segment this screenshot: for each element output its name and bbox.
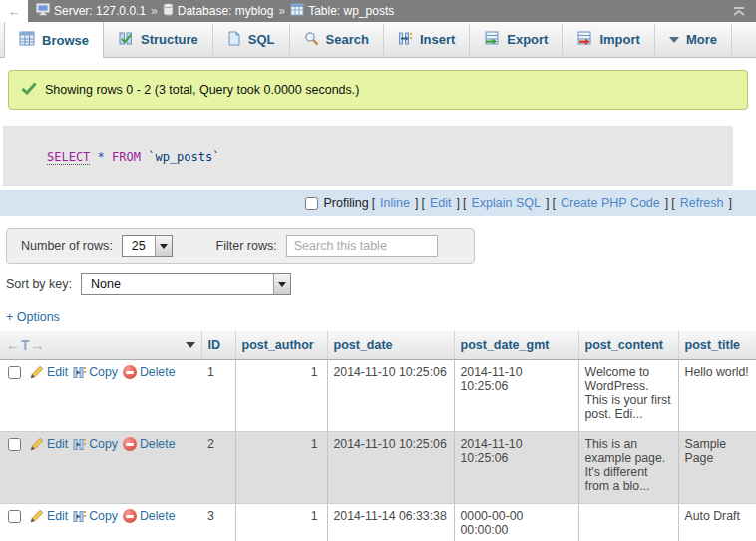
number-of-rows-select[interactable]: 25: [122, 235, 173, 257]
tab-insert-label: Insert: [420, 32, 455, 47]
bracket: ]: [729, 196, 732, 210]
bracket: [: [463, 196, 466, 210]
row-display-toggle-icon[interactable]: ←T→: [6, 337, 46, 353]
column-header-id[interactable]: ID: [201, 331, 235, 360]
tab-sql[interactable]: SQL: [213, 24, 290, 55]
delete-icon: [123, 365, 137, 379]
pencil-icon: [30, 509, 44, 523]
breadcrumb: Server: 127.0.0.1 » Database: myblog » T…: [28, 0, 756, 22]
breadcrumb-table-label: Table: wp_posts: [308, 4, 394, 18]
create-php-code-link[interactable]: Create PHP Code: [559, 196, 662, 210]
edit-query-link[interactable]: Edit: [428, 196, 454, 210]
sql-keyword-from: FROM: [112, 150, 141, 164]
delete-icon: [123, 437, 137, 451]
bracket: [: [421, 196, 424, 210]
database-icon: [163, 3, 174, 19]
pencil-icon: [30, 437, 44, 451]
success-check-icon: [21, 82, 37, 98]
top-bar: ← Server: 127.0.0.1 » Database: myblog »…: [0, 0, 756, 22]
tab-search-label: Search: [326, 32, 369, 47]
cell-post-title: Auto Draft: [678, 504, 756, 541]
column-header-post-title[interactable]: post_title: [678, 331, 756, 360]
column-header-post-date[interactable]: post_date: [327, 331, 454, 360]
cell-post-title: Hello world!: [678, 360, 756, 432]
refresh-link[interactable]: Refresh: [678, 196, 726, 210]
breadcrumb-database[interactable]: Database: myblog: [163, 3, 274, 19]
options-toggle-link[interactable]: + Options: [6, 310, 60, 324]
tab-export[interactable]: Export: [470, 24, 563, 55]
rows-control-bar: Number of rows: 25 Filter rows:: [6, 228, 475, 264]
tab-structure-label: Structure: [141, 32, 198, 47]
bracket: [: [671, 196, 674, 210]
copy-icon: [73, 438, 86, 451]
sort-by-key-value: None: [82, 277, 273, 291]
copy-row-link[interactable]: Copy: [73, 365, 118, 379]
copy-row-link[interactable]: Copy: [73, 437, 118, 451]
select-dropdown-icon: [273, 274, 290, 294]
explain-sql-link[interactable]: Explain SQL: [469, 196, 542, 210]
table-header-row: ←T→ ID post_author post_date post_date_g…: [0, 331, 756, 360]
delete-row-link[interactable]: Delete: [123, 437, 176, 451]
cell-id: 3: [201, 504, 235, 541]
delete-row-link[interactable]: Delete: [123, 365, 176, 379]
breadcrumb-table[interactable]: Table: wp_posts: [290, 3, 394, 19]
row-select-checkbox[interactable]: [8, 366, 21, 379]
cell-post-date: 2014-11-10 10:25:06: [327, 360, 454, 432]
cell-post-content: [578, 504, 678, 541]
number-of-rows-label: Number of rows:: [21, 239, 113, 253]
tab-search[interactable]: Search: [290, 24, 384, 55]
cell-post-author: 1: [235, 504, 327, 541]
edit-row-link[interactable]: Edit: [30, 365, 68, 379]
table-icon: [290, 3, 304, 19]
edit-row-link[interactable]: Edit: [30, 509, 68, 523]
tab-structure[interactable]: Structure: [104, 24, 213, 55]
profiling-checkbox[interactable]: [305, 197, 318, 210]
sql-query-box: SELECT * FROM `wp_posts`: [3, 126, 733, 186]
tab-more[interactable]: More: [655, 24, 732, 55]
tab-browse[interactable]: Browse: [4, 22, 104, 58]
row-select-checkbox[interactable]: [8, 438, 21, 451]
browse-icon: [19, 31, 35, 49]
breadcrumb-server[interactable]: Server: 127.0.0.1: [36, 3, 146, 19]
profiling-checkbox-label[interactable]: Profiling: [305, 196, 368, 210]
column-header-post-author[interactable]: post_author: [235, 331, 327, 360]
column-header-post-date-gmt[interactable]: post_date_gmt: [454, 331, 578, 360]
row-select-checkbox[interactable]: [8, 510, 21, 523]
cell-post-date: 2014-11-10 10:25:06: [327, 432, 454, 504]
export-icon: [484, 31, 500, 49]
status-message: Showing rows 0 - 2 (3 total, Query took …: [8, 70, 748, 110]
profiling-label: Profiling: [323, 196, 368, 210]
sort-by-key-select[interactable]: None: [81, 273, 291, 295]
filter-rows-input[interactable]: [286, 235, 438, 257]
bracket: ]: [665, 196, 668, 210]
tab-insert[interactable]: Insert: [384, 24, 470, 55]
copy-row-link[interactable]: Copy: [73, 509, 118, 523]
sql-keyword-select: SELECT: [47, 150, 90, 165]
tab-import[interactable]: Import: [563, 24, 654, 55]
breadcrumb-server-label: Server: 127.0.0.1: [54, 4, 146, 18]
header-row-actions: ←T→: [0, 331, 201, 360]
column-header-post-content[interactable]: post_content: [578, 331, 678, 360]
breadcrumb-separator: »: [278, 4, 285, 18]
results-table: ←T→ ID post_author post_date post_date_g…: [0, 331, 756, 541]
table-row: Edit Copy Delete 1 1 2014-11-10 10:25:06…: [0, 360, 756, 432]
edit-row-link[interactable]: Edit: [30, 437, 68, 451]
cell-id: 1: [201, 360, 235, 432]
row-actions-cell: Edit Copy Delete: [0, 360, 201, 432]
delete-row-link[interactable]: Delete: [123, 509, 176, 523]
header-options-chevron-icon[interactable]: [186, 342, 195, 353]
filter-rows-label: Filter rows:: [216, 239, 277, 253]
pencil-icon: [30, 365, 44, 379]
row-actions-cell: Edit Copy Delete: [0, 432, 201, 504]
back-arrow-icon: ←: [8, 4, 21, 19]
server-icon: [36, 3, 50, 19]
import-icon: [576, 31, 592, 49]
copy-icon: [73, 366, 86, 379]
inline-link[interactable]: Inline: [378, 196, 412, 210]
nav-panel-toggle[interactable]: ←: [0, 0, 28, 22]
cell-post-content: This is an example page. It's different …: [578, 432, 678, 504]
number-of-rows-value: 25: [123, 239, 155, 253]
cell-post-author: 1: [235, 360, 327, 432]
collapse-workspace-icon[interactable]: [730, 6, 748, 17]
copy-icon: [73, 510, 86, 523]
